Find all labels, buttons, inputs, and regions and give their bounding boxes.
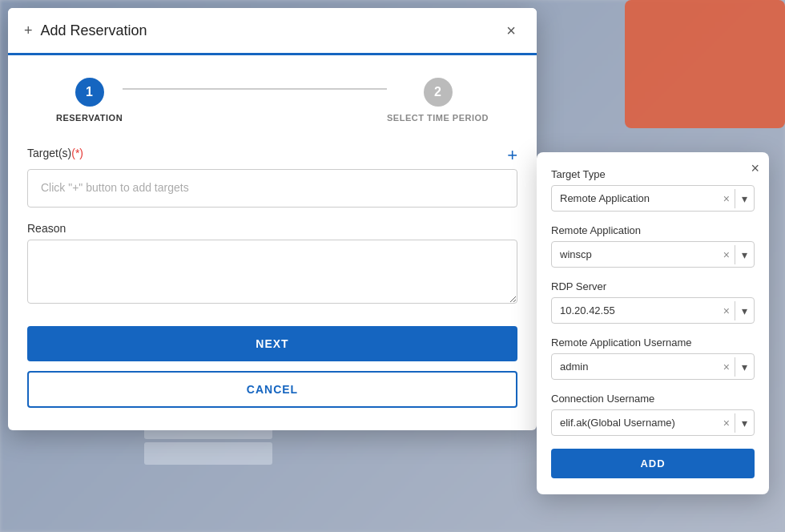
remote-application-field: Remote Application winscp × ▾ <box>551 224 755 268</box>
target-type-arrow-button[interactable]: ▾ <box>735 192 754 205</box>
side-add-button[interactable]: ADD <box>551 449 755 478</box>
next-button[interactable]: NEXT <box>27 326 517 361</box>
target-type-value: Remote Application <box>552 186 719 211</box>
step-2-circle: 2 <box>424 78 453 107</box>
remote-application-value: winscp <box>552 242 719 267</box>
step-2-label: SELECT TIME PERIOD <box>387 113 489 123</box>
remote-application-arrow-button[interactable]: ▾ <box>735 248 754 261</box>
remote-application-label: Remote Application <box>551 224 755 236</box>
rdp-server-label: RDP Server <box>551 280 755 292</box>
remote-application-select[interactable]: winscp × ▾ <box>551 241 755 268</box>
remote-app-username-label: Remote Application Username <box>551 337 755 349</box>
reason-label: Reason <box>27 222 517 235</box>
connection-username-value: elif.ak(Global Username) <box>552 410 719 435</box>
bg-orange-card <box>625 0 785 128</box>
connection-username-arrow-button[interactable]: ▾ <box>735 417 754 429</box>
required-star: (*) <box>71 147 83 159</box>
remote-app-username-field: Remote Application Username admin × ▾ <box>551 337 755 380</box>
step-1-label: RESERVATION <box>56 113 123 123</box>
targets-label: Target(s)(*) <box>27 147 83 159</box>
target-type-label: Target Type <box>551 168 755 180</box>
rdp-server-clear-button[interactable]: × <box>719 304 735 317</box>
plus-icon: + <box>24 22 33 39</box>
rdp-server-arrow-button[interactable]: ▾ <box>735 304 754 317</box>
step-1-circle: 1 <box>75 78 104 107</box>
remote-app-username-arrow-button[interactable]: ▾ <box>735 361 754 373</box>
bg-table-row <box>144 442 272 465</box>
step-1: 1 RESERVATION <box>56 78 123 123</box>
stepper: 1 RESERVATION 2 SELECT TIME PERIOD <box>8 55 537 139</box>
remote-application-clear-button[interactable]: × <box>719 248 735 261</box>
add-target-button[interactable]: + <box>507 147 517 164</box>
step-2: 2 SELECT TIME PERIOD <box>387 78 489 123</box>
remote-app-username-clear-button[interactable]: × <box>719 361 735 373</box>
side-panel-close-button[interactable]: × <box>751 160 759 177</box>
dialog-body: Target(s)(*) + Click "+" button to add t… <box>8 139 537 430</box>
reason-textarea[interactable] <box>27 240 517 304</box>
targets-row: Target(s)(*) + <box>27 147 517 164</box>
target-type-select[interactable]: Remote Application × ▾ <box>551 185 755 212</box>
cancel-button[interactable]: CANCEL <box>27 371 517 408</box>
target-type-panel: × Target Type Remote Application × ▾ Rem… <box>537 152 769 494</box>
target-type-field: Target Type Remote Application × ▾ <box>551 168 755 212</box>
target-type-clear-button[interactable]: × <box>719 192 735 205</box>
remote-app-username-select[interactable]: admin × ▾ <box>551 353 755 380</box>
dialog-header: + Add Reservation × <box>8 8 537 55</box>
add-reservation-dialog: + Add Reservation × 1 RESERVATION 2 SELE… <box>8 8 537 430</box>
rdp-server-value: 10.20.42.55 <box>552 298 719 323</box>
dialog-title: Add Reservation <box>41 22 147 39</box>
dialog-header-left: + Add Reservation <box>24 22 147 39</box>
connection-username-field: Connection Username elif.ak(Global Usern… <box>551 393 755 436</box>
connection-username-clear-button[interactable]: × <box>719 417 735 429</box>
rdp-server-field: RDP Server 10.20.42.55 × ▾ <box>551 280 755 324</box>
connection-username-select[interactable]: elif.ak(Global Username) × ▾ <box>551 409 755 436</box>
step-line <box>123 88 387 90</box>
rdp-server-select[interactable]: 10.20.42.55 × ▾ <box>551 297 755 324</box>
targets-placeholder: Click "+" button to add targets <box>27 169 517 208</box>
dialog-close-button[interactable]: × <box>501 21 521 40</box>
connection-username-label: Connection Username <box>551 393 755 405</box>
remote-app-username-value: admin <box>552 354 719 379</box>
